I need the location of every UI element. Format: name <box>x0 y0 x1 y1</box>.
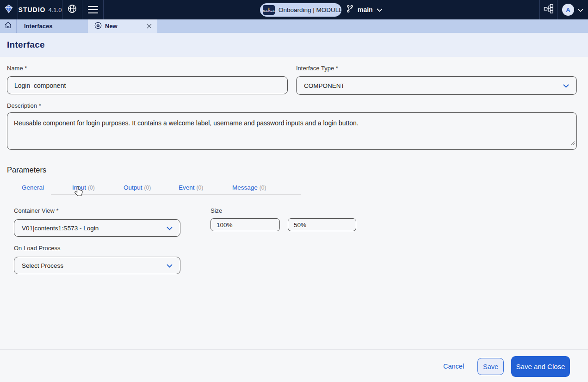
save-button[interactable]: Save <box>477 358 504 375</box>
app-name-label: STUDIO <box>19 6 46 13</box>
param-tab-output-count: (0) <box>144 185 151 191</box>
interface-type-value: COMPONENT <box>304 82 345 89</box>
tab-new[interactable]: New <box>88 19 157 33</box>
tabs-underline <box>51 194 301 195</box>
branch-name-label: main <box>358 6 373 13</box>
parameters-heading: Parameters <box>7 166 46 174</box>
module-badge[interactable]: ♛ GoldBank Onboarding | MODULE <box>260 3 341 17</box>
description-textarea[interactable]: Reusable component for login purposes. I… <box>7 112 577 150</box>
globe-icon <box>67 4 77 16</box>
param-tab-general[interactable]: General <box>22 184 44 191</box>
close-tab-button[interactable] <box>147 24 152 29</box>
tab-interfaces-label: Interfaces <box>24 23 52 30</box>
sitemap-button[interactable] <box>540 0 557 19</box>
param-tab-event-label: Event <box>179 184 195 191</box>
container-view-label: Container View * <box>14 207 59 214</box>
param-tab-message[interactable]: Message(0) <box>232 184 266 191</box>
app-title: STUDIO 4.1.0 <box>18 0 62 19</box>
param-tab-input-label: Input <box>72 184 86 191</box>
tab-new-label: New <box>105 23 118 30</box>
tab-bar: Interfaces New <box>0 19 588 33</box>
app-version-label: 4.1.0 <box>48 6 62 13</box>
container-view-select[interactable]: V01|contents1:S573 - Login <box>14 219 180 237</box>
org-logo: ♛ GoldBank <box>263 5 275 15</box>
org-name-label: GoldBank <box>263 10 275 13</box>
on-load-process-select[interactable]: Select Process <box>14 257 180 274</box>
branch-selector[interactable]: main <box>346 0 383 19</box>
topbar-divider <box>103 0 104 19</box>
home-icon <box>4 21 12 31</box>
footer-divider <box>0 349 588 350</box>
module-badge-label: Onboarding | MODULE <box>279 6 343 13</box>
chevron-down-icon <box>167 225 173 232</box>
git-branch-icon <box>346 5 354 15</box>
chevron-down-icon <box>167 262 173 269</box>
top-bar: STUDIO 4.1.0 ♛ GoldBank Onboarding | MOD… <box>0 0 588 19</box>
interface-type-label: Interface Type * <box>296 65 338 72</box>
language-button[interactable] <box>62 0 82 19</box>
param-tab-message-count: (0) <box>260 185 266 191</box>
param-tab-message-label: Message <box>232 184 258 191</box>
save-and-close-button[interactable]: Save and Close <box>511 356 570 377</box>
size-label: Size <box>210 207 222 214</box>
studio-app-window: STUDIO 4.1.0 ♛ GoldBank Onboarding | MOD… <box>0 0 588 382</box>
description-text: Reusable component for login purposes. I… <box>14 119 359 127</box>
diamond-logo-icon <box>4 4 13 15</box>
name-label: Name * <box>7 65 27 72</box>
sitemap-icon <box>544 4 554 15</box>
container-view-value: V01|contents1:S573 - Login <box>22 225 99 232</box>
description-label: Description * <box>7 102 41 109</box>
main-menu-button[interactable] <box>82 0 103 19</box>
chevron-down-icon <box>377 6 383 14</box>
page-title: Interface <box>7 40 45 50</box>
tab-interfaces[interactable]: Interfaces <box>17 19 88 33</box>
resize-grip-icon[interactable] <box>570 139 575 148</box>
name-input[interactable] <box>7 76 288 94</box>
param-tab-output-label: Output <box>124 184 142 191</box>
topbar-right-group: A <box>539 0 588 19</box>
on-load-process-value: Select Process <box>22 262 63 269</box>
home-button[interactable] <box>0 19 17 33</box>
size-height-input[interactable] <box>288 218 356 231</box>
user-menu[interactable]: A <box>557 0 588 19</box>
app-logo[interactable] <box>0 0 18 19</box>
cancel-button[interactable]: Cancel <box>443 363 464 370</box>
param-tab-output[interactable]: Output(0) <box>124 184 151 191</box>
size-width-input[interactable] <box>210 218 280 231</box>
param-tab-event-count: (0) <box>197 185 204 191</box>
chevron-down-icon <box>563 82 569 89</box>
chevron-down-icon <box>578 6 583 14</box>
interface-icon <box>94 22 102 31</box>
hamburger-icon <box>88 6 98 13</box>
param-tab-general-label: General <box>22 184 44 191</box>
avatar: A <box>562 4 574 16</box>
page-header: Interface <box>0 33 588 57</box>
interface-type-select[interactable]: COMPONENT <box>296 76 577 95</box>
param-tab-input-count: (0) <box>88 185 95 191</box>
param-tab-event[interactable]: Event(0) <box>179 184 203 191</box>
on-load-process-label: On Load Process <box>14 245 60 252</box>
param-tab-input[interactable]: Input(0) <box>72 184 95 191</box>
